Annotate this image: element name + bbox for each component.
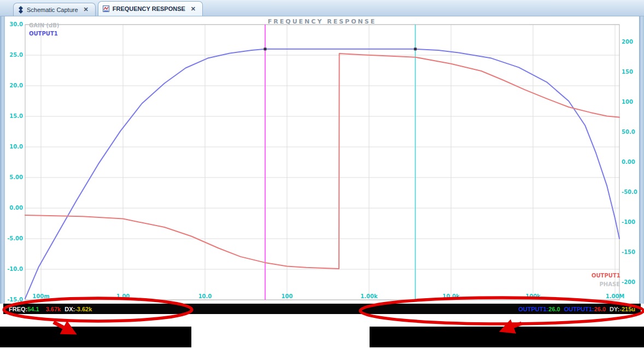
output-readout-callout: OUTPUT1:26.0OUTPUT1:26.0DY:-215u [370,327,644,347]
tab-label: Schematic Capture [27,7,78,13]
x-tick-label: 100 [282,293,293,299]
y-right-tick-label: 0.00 [622,159,635,165]
gain-series-legend: OUTPUT1 [29,31,58,37]
chart-title: FREQUENCY RESPONSE [0,18,644,25]
phase-series-legend: OUTPUT1 [592,273,620,279]
cursor2-value: 26.0 [594,306,606,312]
tab-frequency-response[interactable]: FREQUENCY RESPONSE ✕ [98,1,203,16]
tab-label: FREQUENCY RESPONSE [113,5,185,12]
left-axis-legend: GAIN (dB) [29,22,59,28]
x-tick-label: 100m [32,293,49,299]
x-tick-label: 1.00M [606,293,625,299]
freq-cursor-readout: FREQ:54.13.67kDX:-3.62k [9,306,92,312]
output1-label: OUTPUT1: [518,306,548,312]
close-icon[interactable]: ✕ [84,6,89,13]
plot-border [25,25,619,300]
cursor2-freq: 3.67k [46,306,61,312]
dy-label: DY: [610,306,619,312]
freq-label: FREQ: [9,306,27,312]
y-right-tick-label: -100 [622,219,635,225]
output1-label: OUTPUT1: [564,306,594,312]
y-right-tick-label: 100 [622,99,633,105]
right-axis-legend: PHASE [592,281,620,287]
freq-readout-callout: FREQ:54.13.67kDX:-3.62k [0,327,191,347]
close-icon[interactable]: ✕ [191,5,196,13]
y-right-tick-label: -150 [622,249,635,255]
cursor1-value: 26.0 [548,306,560,312]
tab-bar: Schematic Capture ✕ FREQUENCY RESPONSE ✕ [0,0,644,16]
cursor-marker [264,48,266,50]
y-right-tick-label: -200 [622,279,635,285]
y-right-tick-label: 200 [622,39,633,45]
graph-icon [103,5,109,12]
grapher-window: Schematic Capture ✕ FREQUENCY RESPONSE ✕… [0,0,644,349]
tab-schematic-capture[interactable]: Schematic Capture ✕ [13,3,96,16]
cursor-marker [414,48,417,50]
x-tick-label: 1.00 [116,293,130,299]
dx-value: -3.62k [75,306,92,312]
output-cursor-readout: OUTPUT1:26.0OUTPUT1:26.0DY:-215u [518,306,635,312]
y-right-tick-label: 150 [622,69,633,75]
panel-left-border [0,16,5,304]
y-right-tick-label: -50.0 [622,189,637,195]
x-tick-label: 100k [525,293,541,299]
schematic-icon [18,6,24,14]
x-tick-label: 10.0k [442,293,459,299]
x-tick-label: 1.00k [360,293,377,299]
cursor-status-bar: FREQ:54.13.67kDX:-3.62k OUTPUT1:26.0OUTP… [3,304,641,314]
cursor1-freq: 54.1 [27,306,39,312]
x-tick-label: 10.0 [198,293,212,299]
gain-curve [25,49,619,299]
frequency-response-plot [0,16,644,304]
y-right-tick-label: 50.0 [622,129,635,135]
dy-value: -215u [619,306,635,312]
dx-label: DX: [65,306,75,312]
panel-right-border [639,16,644,304]
